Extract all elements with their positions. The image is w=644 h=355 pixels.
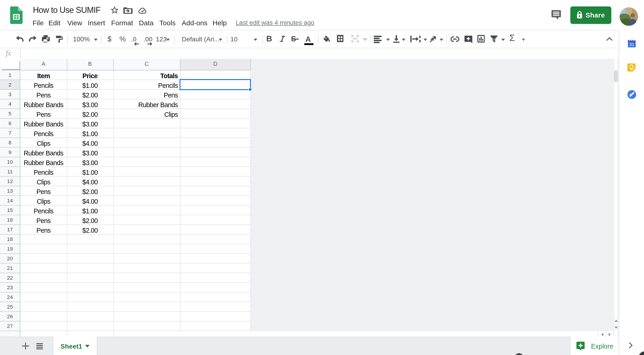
svg-text:31: 31 xyxy=(629,42,634,47)
